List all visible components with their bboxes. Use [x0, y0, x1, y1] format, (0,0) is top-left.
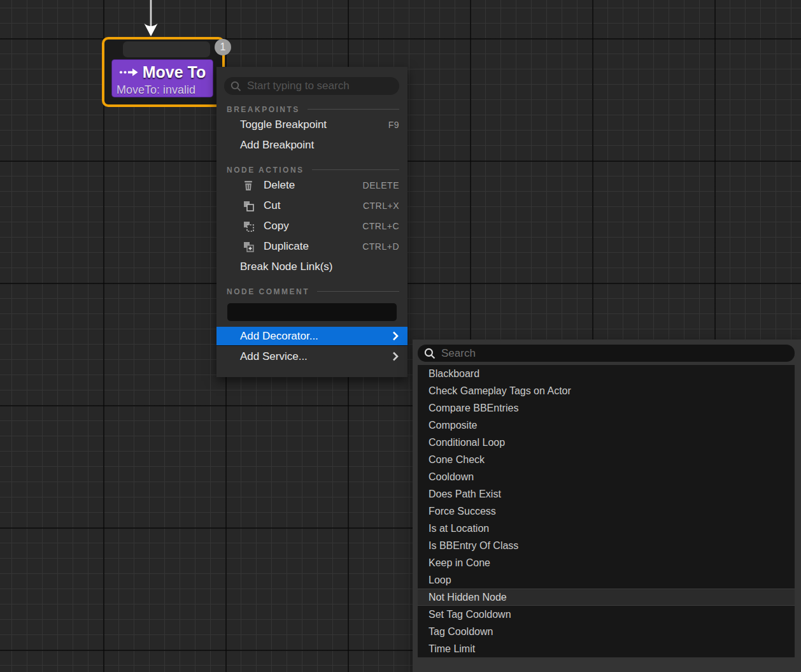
submenu-item[interactable]: Is at Location [418, 520, 795, 537]
submenu-item[interactable]: Set Tag Cooldown [418, 606, 795, 623]
menu-item-copy[interactable]: Copy CTRL+C [216, 216, 408, 236]
section-rule [308, 109, 399, 110]
node-context-menu: BREAKPOINTS Toggle Breakpoint F9 Add Bre… [216, 67, 408, 377]
shortcut-label: CTRL+C [362, 221, 408, 231]
submenu-item[interactable]: Blackboard [418, 365, 795, 382]
menu-item-toggle-breakpoint[interactable]: Toggle Breakpoint F9 [216, 115, 408, 135]
submenu-item[interactable]: Is BBEntry Of Class [418, 537, 795, 554]
section-rule [317, 291, 399, 292]
task-arrow-icon [119, 68, 138, 76]
move-to-node[interactable]: 1 Move To MoveTo: invalid [102, 37, 225, 107]
submenu-item[interactable]: Composite [418, 417, 795, 434]
submenu-item[interactable]: Keep in Cone [418, 554, 795, 571]
submenu-item[interactable]: Cooldown [418, 468, 795, 485]
search-icon [230, 81, 241, 92]
submenu-item[interactable]: Not Hidden Node [418, 589, 795, 606]
submenu-item[interactable]: Cone Check [418, 451, 795, 468]
node-title: Move To [143, 63, 206, 82]
menu-item-add-decorator[interactable]: Add Decorator... [216, 327, 408, 346]
duplicate-icon [243, 241, 256, 252]
node-subtitle: MoveTo: invalid [112, 83, 213, 97]
submenu-search-input[interactable] [441, 347, 788, 360]
submenu-item[interactable]: Compare BBEntries [418, 399, 795, 417]
submenu-item[interactable]: Loop [418, 571, 795, 589]
shortcut-label: F9 [388, 120, 408, 130]
submenu-item[interactable]: Does Path Exist [418, 485, 795, 503]
connection-wire [141, 0, 160, 38]
decorator-list: BlackboardCheck Gameplay Tags on ActorCo… [418, 365, 795, 657]
section-node-actions: NODE ACTIONS [227, 164, 399, 175]
context-search-input[interactable] [247, 80, 393, 92]
submenu-item[interactable]: Check Gameplay Tags on Actor [418, 382, 795, 399]
trash-icon [243, 180, 256, 191]
chevron-right-icon [392, 331, 399, 341]
section-breakpoints: BREAKPOINTS [227, 104, 399, 115]
submenu-search[interactable] [418, 345, 795, 362]
cut-icon [243, 200, 256, 211]
submenu-item[interactable]: Conditional Loop [418, 434, 795, 451]
copy-icon [243, 220, 256, 232]
menu-item-delete[interactable]: Delete DELETE [216, 175, 408, 196]
node-body[interactable]: Move To MoveTo: invalid [111, 59, 213, 97]
node-comment-input[interactable] [227, 303, 397, 321]
submenu-item[interactable]: Force Success [418, 503, 795, 520]
chevron-right-icon [392, 352, 399, 361]
node-input-pin[interactable] [123, 41, 210, 57]
search-icon [424, 348, 436, 359]
add-decorator-submenu: BlackboardCheck Gameplay Tags on ActorCo… [413, 340, 801, 672]
section-node-comment: NODE COMMENT [227, 286, 399, 297]
submenu-item[interactable]: Time Limit [418, 640, 795, 657]
menu-item-add-breakpoint[interactable]: Add Breakpoint [216, 135, 408, 155]
section-rule [312, 169, 399, 170]
shortcut-label: CTRL+D [362, 241, 408, 252]
menu-item-break-node-links[interactable]: Break Node Link(s) [216, 257, 408, 277]
menu-item-duplicate[interactable]: Duplicate CTRL+D [216, 236, 408, 257]
shortcut-label: DELETE [363, 180, 408, 190]
execution-order-badge: 1 [215, 39, 231, 55]
menu-item-cut[interactable]: Cut CTRL+X [216, 196, 408, 216]
shortcut-label: CTRL+X [363, 201, 408, 211]
context-menu-search[interactable] [224, 77, 399, 95]
submenu-item[interactable]: Tag Cooldown [418, 623, 795, 640]
menu-item-add-service[interactable]: Add Service... [216, 346, 408, 367]
